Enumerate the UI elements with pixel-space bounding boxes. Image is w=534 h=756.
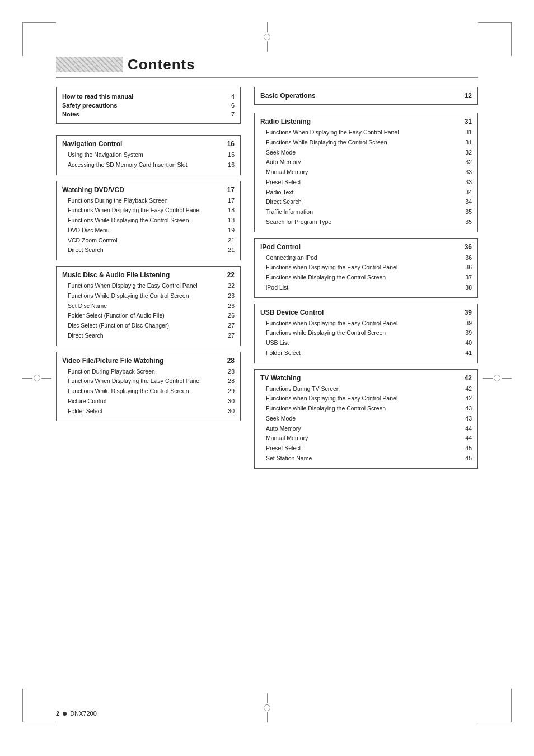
left-toc-boxes: Navigation Control16Using the Navigation… xyxy=(56,135,241,421)
toc-item-label: Accessing the SD Memory Card Insertion S… xyxy=(68,161,223,170)
toc-item-label: Direct Search xyxy=(68,332,223,340)
toc-item-label: Functions while Displaying the Control S… xyxy=(266,404,461,413)
toc-item-label: Search for Program Type xyxy=(266,218,461,227)
toc-item: Functions while Displaying the Control S… xyxy=(260,273,472,283)
toc-item-page: 39 xyxy=(461,319,472,328)
toc-item-label: Manual Memory xyxy=(266,168,461,177)
intro-item-notes: Notes 7 xyxy=(62,110,235,119)
toc-item-label: Functions while Displaying the Control S… xyxy=(266,273,461,282)
intro-box: How to read this manual 4 Safety precaut… xyxy=(56,87,241,124)
toc-item: Direct Search27 xyxy=(62,331,235,341)
toc-item-page: 32 xyxy=(461,148,472,157)
toc-item-label: USB List xyxy=(266,339,461,348)
toc-item: Functions when Displaying the Easy Contr… xyxy=(260,263,472,273)
toc-item-page: 16 xyxy=(223,161,235,170)
toc-item-page: 35 xyxy=(461,218,472,227)
toc-box-header: iPod Control36 xyxy=(260,243,472,251)
corner-border-bottom-right xyxy=(478,689,512,722)
toc-item-page: 31 xyxy=(461,128,472,137)
toc-item-label: Picture Control xyxy=(68,397,223,406)
toc-box-title: Radio Listening xyxy=(260,118,311,125)
toc-item-page: 42 xyxy=(461,385,472,394)
toc-item: Manual Memory44 xyxy=(260,433,472,444)
toc-item-label: Functions when Displaying the Easy Contr… xyxy=(266,394,461,403)
toc-item: Functions when Displaying the Easy Contr… xyxy=(260,319,472,329)
toc-box-header: Music Disc & Audio File Listening22 xyxy=(62,271,235,279)
toc-item-label: Set Disc Name xyxy=(68,302,223,311)
toc-item: Functions when Displaying the Easy Contr… xyxy=(260,394,472,404)
toc-box-header: Watching DVD/VCD17 xyxy=(62,186,235,194)
main-content: Contents How to read this manual 4 Safet… xyxy=(56,56,478,689)
toc-item-label: Folder Select xyxy=(68,407,223,416)
toc-item-label: Functions while Displaying the Control S… xyxy=(266,329,461,338)
toc-item-label: Disc Select (Function of Disc Changer) xyxy=(68,321,223,330)
toc-item-label: Auto Memory xyxy=(266,158,461,167)
toc-box-page: 16 xyxy=(227,140,235,148)
toc-item-label: Functions when Displaying the Easy Contr… xyxy=(266,263,461,272)
toc-item: Functions When Displayig the Easy Contro… xyxy=(62,281,235,291)
toc-item: Functions while Displaying the Control S… xyxy=(260,328,472,338)
toc-item: Traffic Information35 xyxy=(260,207,472,217)
toc-item: Functions While Displaying the Control S… xyxy=(62,291,235,301)
crosshair-left xyxy=(22,375,51,381)
toc-item: Auto Memory32 xyxy=(260,157,472,167)
toc-item-page: 19 xyxy=(223,226,235,235)
toc-item-page: 40 xyxy=(461,339,472,348)
corner-border-bottom-left xyxy=(22,689,56,722)
toc-item-label: Folder Select (Function of Audio File) xyxy=(68,311,223,320)
footer-dot-icon xyxy=(63,712,67,716)
toc-item-page: 32 xyxy=(461,158,472,167)
toc-item: Folder Select (Function of Audio File)26 xyxy=(62,311,235,321)
toc-item-label: Auto Memory xyxy=(266,424,461,433)
toc-item-page: 22 xyxy=(223,282,235,291)
toc-item-label: Functions During TV Screen xyxy=(266,385,461,394)
toc-item-label: iPod List xyxy=(266,283,461,292)
toc-box-title: Navigation Control xyxy=(62,140,122,148)
toc-box: USB Device Control39Functions when Displ… xyxy=(254,304,478,363)
toc-item-page: 41 xyxy=(461,349,472,358)
toc-box: Music Disc & Audio File Listening22Funct… xyxy=(56,266,241,346)
toc-item: Functions During the Playback Screen17 xyxy=(62,196,235,206)
toc-item-page: 30 xyxy=(223,407,235,416)
toc-box-header: Video File/Picture File Watching28 xyxy=(62,357,235,365)
toc-box-page: 22 xyxy=(227,271,235,279)
footer-page-number: 2 xyxy=(56,710,59,717)
toc-item-page: 17 xyxy=(223,197,235,206)
toc-item-label: Preset Select xyxy=(266,178,461,187)
toc-box: Video File/Picture File Watching28Functi… xyxy=(56,352,241,422)
toc-item-page: 36 xyxy=(461,254,472,263)
toc-box: Navigation Control16Using the Navigation… xyxy=(56,135,241,175)
col-left: How to read this manual 4 Safety precaut… xyxy=(56,87,241,474)
toc-item-page: 18 xyxy=(223,206,235,215)
toc-box-page: 36 xyxy=(465,243,472,251)
title-decoration xyxy=(56,57,123,72)
toc-item-page: 36 xyxy=(461,263,472,272)
toc-box-title: USB Device Control xyxy=(260,309,324,316)
toc-item-label: Functions when Displaying the Easy Contr… xyxy=(266,319,461,328)
toc-item-label: Functions During the Playback Screen xyxy=(68,197,223,206)
toc-item: Functions while Displaying the Control S… xyxy=(260,404,472,414)
toc-item-label: Functions While Displaying the Control S… xyxy=(68,387,223,396)
toc-item-label: Functions When Displaying the Easy Contr… xyxy=(68,377,223,386)
toc-box-title: Watching DVD/VCD xyxy=(62,186,124,194)
toc-box-header: TV Watching42 xyxy=(260,374,472,382)
toc-item: USB List40 xyxy=(260,338,472,348)
toc-item-label: Using the Navigation System xyxy=(68,151,223,160)
toc-box-header: Radio Listening31 xyxy=(260,118,472,125)
toc-item-label: Connecting an iPod xyxy=(266,254,461,263)
toc-item: Functions While Displaying the Control S… xyxy=(62,216,235,226)
toc-item: Auto Memory44 xyxy=(260,424,472,434)
crosshair-right xyxy=(483,375,512,381)
crosshair-bottom xyxy=(264,693,270,722)
toc-item-page: 33 xyxy=(461,178,472,187)
toc-box-title: Music Disc & Audio File Listening xyxy=(62,271,170,279)
toc-item-label: Traffic Information xyxy=(266,208,461,217)
right-toc-boxes: Radio Listening31Functions When Displayi… xyxy=(254,113,478,469)
toc-item-page: 38 xyxy=(461,283,472,292)
toc-item: Functions During TV Screen42 xyxy=(260,384,472,394)
toc-columns: How to read this manual 4 Safety precaut… xyxy=(56,87,478,474)
toc-item-page: 29 xyxy=(223,387,235,396)
toc-item-page: 28 xyxy=(223,367,235,376)
toc-item-page: 37 xyxy=(461,273,472,282)
toc-item-label: Radio Text xyxy=(266,188,461,197)
